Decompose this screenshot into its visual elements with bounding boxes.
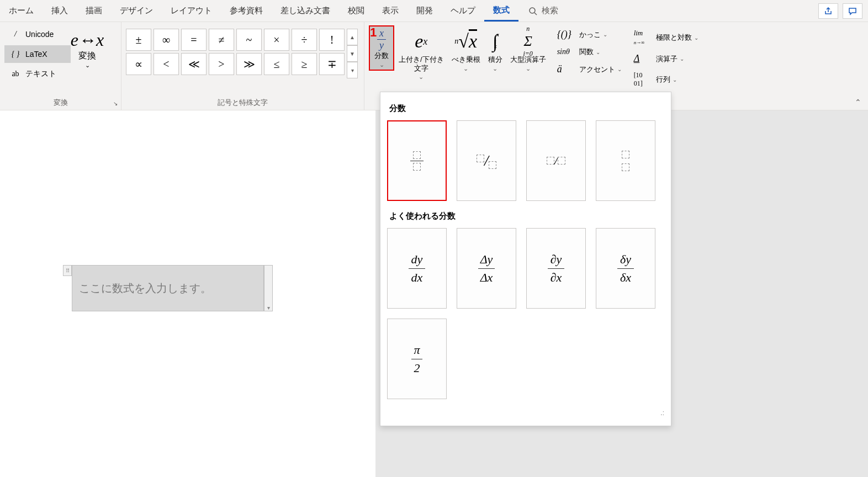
search-box[interactable]: 検索 — [528, 6, 558, 16]
unicode-button[interactable]: / Unicode — [4, 25, 71, 43]
symbol-cell[interactable]: ÷ — [292, 29, 317, 51]
gallery-resize-handle[interactable]: .: — [387, 409, 664, 417]
equation-placeholder-text: ここに数式を入力します。 — [79, 281, 211, 296]
share-button[interactable] — [818, 3, 838, 19]
fraction-delta[interactable]: ΔyΔx — [457, 228, 516, 309]
chevron-down-icon: ⌄ — [526, 65, 531, 72]
tab-layout[interactable]: レイアウト — [162, 1, 221, 20]
symbols-grid: ± ∞ = ≠ ~ × ÷ ! ∝ < ≪ > ≫ ≤ ≥ ∓ — [126, 25, 345, 78]
symbol-cell[interactable]: > — [209, 53, 234, 75]
matrix-button[interactable]: [1001] 行列 ⌄ — [632, 70, 701, 89]
integral-label: 積分 — [488, 55, 502, 64]
accent-button[interactable]: ä アクセント ⌄ — [555, 62, 624, 76]
symbol-cell[interactable]: ∝ — [126, 53, 151, 75]
chevron-down-icon: ⌄ — [463, 65, 468, 72]
tab-home[interactable]: ホーム — [0, 1, 43, 20]
equation-options-dropdown[interactable]: ▾ — [264, 265, 273, 311]
chevron-down-icon: ⌄ — [673, 77, 677, 83]
group-convert: / Unicode { } LaTeX ab テキスト e↔︎x 変換 ⌄ 変換… — [0, 22, 121, 110]
bracket-button[interactable]: {()} かっこ ⌄ — [555, 28, 624, 41]
symbols-scroll-down[interactable]: ▼ — [347, 45, 358, 62]
tab-insert[interactable]: 挿入 — [43, 1, 77, 20]
symbol-cell[interactable]: ∓ — [319, 53, 345, 75]
tab-draw[interactable]: 描画 — [77, 1, 111, 20]
limitlog-button[interactable]: limn→∞ 極限と対数 ⌄ — [632, 28, 701, 47]
fraction-icon: xy — [377, 28, 386, 51]
function-button[interactable]: sinθ 関数 ⌄ — [555, 46, 624, 58]
search-icon — [528, 7, 537, 15]
chevron-down-icon: ⌄ — [596, 49, 600, 55]
chevron-down-icon: ⌄ — [85, 62, 90, 69]
unicode-label: Unicode — [25, 30, 54, 39]
tab-mailings[interactable]: 差し込み文書 — [272, 1, 339, 20]
fraction-linear[interactable]: / — [526, 120, 586, 201]
callout-1: 1 — [370, 25, 377, 40]
symbol-cell[interactable]: < — [154, 53, 179, 75]
fraction-pi-over-2[interactable]: π2 — [387, 319, 447, 399]
fraction-label: 分数 — [374, 51, 389, 60]
convert-label: 変換 — [78, 50, 96, 62]
symbol-cell[interactable]: ∞ — [154, 29, 179, 51]
fraction-partial[interactable]: ∂y∂x — [526, 228, 586, 309]
sigma-icon: nΣi=0 — [523, 28, 532, 55]
function-icon: sinθ — [557, 47, 579, 56]
tab-design[interactable]: デザイン — [111, 1, 162, 20]
symbols-scroll-up[interactable]: ▲ — [347, 29, 358, 45]
tab-review[interactable]: 校閲 — [339, 1, 373, 20]
fraction-dydx[interactable]: dydx — [387, 228, 447, 309]
tab-view[interactable]: 表示 — [373, 1, 407, 20]
gallery-section-common: よく使われる分数 — [389, 211, 664, 221]
symbol-cell[interactable]: = — [181, 29, 207, 51]
matrix-icon: [1001] — [634, 71, 656, 88]
limitlog-label: 極限と対数 — [656, 33, 692, 43]
symbols-expand[interactable]: ▾ — [347, 62, 358, 78]
accent-label: アクセント — [579, 65, 615, 75]
tab-equation[interactable]: 数式 — [484, 1, 518, 22]
group-convert-label: 変換 — [4, 94, 117, 108]
symbol-cell[interactable]: ≤ — [264, 53, 289, 75]
subscript-button[interactable]: ex 上付き/下付き 文字 ⌄ — [395, 25, 447, 81]
ab-icon: ab — [9, 70, 22, 78]
radical-icon: n√x — [454, 28, 477, 55]
chevron-down-icon: ⌄ — [694, 35, 698, 41]
slash-icon: / — [9, 30, 22, 39]
svg-line-1 — [534, 13, 537, 15]
latex-button[interactable]: { } LaTeX — [4, 45, 71, 63]
group-symbols-label: 記号と特殊文字 — [126, 94, 359, 108]
fraction-skewed[interactable]: / — [457, 120, 516, 201]
comments-button[interactable] — [843, 3, 862, 19]
fraction-nobar[interactable] — [596, 120, 655, 201]
operator-button[interactable]: Δ 演算子 ⌄ — [632, 52, 701, 66]
limit-icon: limn→∞ — [634, 29, 656, 46]
text-label: テキスト — [25, 69, 56, 79]
operator-icon: Δ — [634, 53, 656, 65]
symbol-cell[interactable]: ± — [126, 29, 151, 51]
convert-button[interactable]: e↔︎x 変換 ⌄ — [71, 25, 104, 69]
tab-references[interactable]: 参考資料 — [221, 1, 272, 20]
matrix-label: 行列 — [656, 75, 670, 84]
chevron-down-icon: ⌄ — [419, 73, 424, 81]
largeop-button[interactable]: nΣi=0 大型演算子 ⌄ — [507, 25, 549, 72]
group-convert-launcher[interactable]: ↘ — [113, 100, 118, 107]
ribbon-collapse-button[interactable]: ⌃ — [855, 98, 861, 107]
accent-icon: ä — [557, 63, 579, 75]
radical-button[interactable]: n√x べき乗根 ⌄ — [448, 25, 484, 72]
symbol-cell[interactable]: ≫ — [236, 53, 262, 75]
fraction-smalldelta[interactable]: δyδx — [596, 228, 655, 309]
symbol-cell[interactable]: ≪ — [181, 53, 207, 75]
chevron-down-icon: ⌄ — [603, 31, 607, 38]
bracket-icon: {()} — [557, 29, 579, 40]
equation-move-handle[interactable]: ⠿ — [63, 265, 72, 276]
text-button[interactable]: ab テキスト — [4, 65, 71, 83]
symbol-cell[interactable]: × — [264, 29, 289, 51]
integral-button[interactable]: ∫x-x 積分 ⌄ — [485, 25, 506, 72]
symbol-cell[interactable]: ! — [319, 29, 345, 51]
tab-help[interactable]: ヘルプ — [442, 1, 484, 20]
symbol-cell[interactable]: ~ — [236, 29, 262, 51]
fraction-stacked[interactable] — [387, 120, 447, 201]
symbol-cell[interactable]: ≥ — [292, 53, 317, 75]
tab-developer[interactable]: 開発 — [407, 1, 442, 20]
symbol-cell[interactable]: ≠ — [209, 29, 234, 51]
largeop-label: 大型演算子 — [510, 55, 546, 64]
equation-placeholder-box[interactable]: ここに数式を入力します。 — [72, 265, 264, 311]
